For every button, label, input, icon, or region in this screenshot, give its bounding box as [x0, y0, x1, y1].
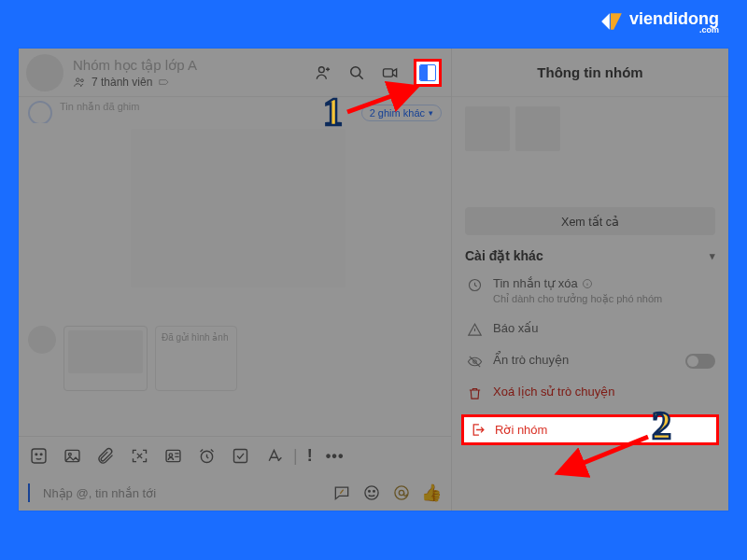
like-icon[interactable]: 👍 — [421, 483, 442, 503]
clear-history-row[interactable]: Xoá lịch sử trò chuyện — [452, 377, 728, 409]
svg-rect-5 — [32, 449, 46, 463]
svg-point-1 — [81, 78, 84, 81]
compose-input[interactable]: Nhập @, tin nhắn tới — [43, 486, 156, 500]
task-icon[interactable] — [230, 446, 250, 467]
clear-history-label: Xoá lịch sử trò chuyện — [493, 385, 715, 399]
eye-off-icon — [465, 354, 484, 370]
leave-group-label: Rời nhóm — [495, 423, 547, 437]
add-friend-icon[interactable] — [311, 61, 335, 85]
group-title: Nhóm học tập lớp A — [73, 57, 311, 74]
pin-snippet: Tin nhắn đã ghim — [60, 101, 139, 113]
members-count[interactable]: 7 thành viên — [73, 76, 311, 89]
emoji-icon[interactable] — [361, 483, 382, 503]
svg-rect-13 — [233, 450, 247, 463]
svg-point-15 — [369, 491, 371, 493]
input-cursor — [28, 483, 30, 502]
tag-icon — [158, 76, 171, 89]
see-all-button[interactable]: Xem tất cả — [465, 207, 715, 235]
reminder-icon[interactable] — [196, 446, 217, 467]
exit-icon — [470, 422, 486, 438]
report-row[interactable]: Báo xấu — [452, 314, 728, 345]
pin-avatar — [28, 101, 52, 125]
image-icon[interactable] — [62, 446, 82, 467]
priority-icon[interactable]: ! — [307, 446, 313, 466]
svg-point-9 — [68, 453, 71, 455]
compose-input-row: Nhập @, tin nhắn tới 👍 — [19, 475, 451, 511]
auto-delete-label: Tin nhắn tự xóa — [493, 276, 578, 290]
svg-point-6 — [35, 454, 37, 455]
screenshot-icon[interactable] — [129, 446, 149, 467]
svg-point-18 — [399, 490, 403, 495]
message-block: Đã gửi hình ảnh — [28, 326, 237, 391]
screenshot-frame: Nhóm học tập lớp A 7 thành viên — [19, 49, 728, 511]
hide-chat-toggle[interactable] — [685, 354, 715, 369]
report-label: Báo xấu — [493, 321, 715, 335]
message-area[interactable]: Đã gửi hình ảnh — [19, 123, 451, 432]
page-top-strip: viendidong .com — [0, 0, 747, 43]
compose-toolbar: | ! ••• — [19, 436, 451, 475]
message-image[interactable] — [131, 129, 345, 287]
svg-point-14 — [365, 486, 378, 499]
media-section — [452, 97, 728, 198]
svg-point-3 — [351, 66, 360, 76]
auto-delete-row[interactable]: Tin nhắn tự xóa Chỉ dành cho trưởng hoặc… — [452, 269, 728, 314]
mention-icon[interactable] — [391, 483, 412, 503]
brand-logo-icon — [599, 9, 624, 34]
group-avatar[interactable] — [26, 54, 63, 91]
members-count-label: 7 thành viên — [92, 76, 152, 89]
auto-delete-sub: Chỉ dành cho trưởng hoặc phó nhóm — [493, 292, 715, 306]
quick-message-icon[interactable] — [331, 483, 352, 503]
hide-chat-label: Ẩn trò chuyện — [493, 353, 676, 367]
svg-point-17 — [395, 486, 408, 499]
sender-avatar[interactable] — [28, 326, 56, 354]
media-thumb[interactable] — [515, 106, 560, 151]
media-thumb[interactable] — [465, 106, 510, 151]
arrow-1 — [342, 80, 426, 118]
info-pane-title: Thông tin nhóm — [452, 49, 728, 97]
chat-pane: Nhóm học tập lớp A 7 thành viên — [19, 49, 451, 511]
hide-chat-row[interactable]: Ẩn trò chuyện — [452, 345, 728, 377]
settings-header[interactable]: Cài đặt khác — [452, 235, 728, 269]
toolbar-separator: | — [293, 446, 298, 466]
sticker-icon[interactable] — [28, 446, 49, 467]
message-card[interactable] — [63, 326, 148, 391]
warning-icon — [465, 322, 484, 338]
more-icon[interactable]: ••• — [326, 448, 345, 465]
format-icon[interactable] — [263, 446, 284, 467]
svg-point-0 — [77, 77, 80, 81]
info-circle-icon — [582, 278, 593, 289]
svg-rect-4 — [384, 68, 393, 76]
svg-point-11 — [169, 454, 173, 457]
svg-point-16 — [374, 491, 375, 493]
svg-point-7 — [40, 454, 42, 455]
trash-icon — [465, 385, 484, 401]
message-bubble[interactable]: Đã gửi hình ảnh — [155, 326, 237, 391]
contact-card-icon[interactable] — [162, 446, 183, 467]
arrow-2 — [551, 431, 654, 478]
svg-point-2 — [318, 66, 324, 72]
brand: viendidong .com — [599, 9, 719, 35]
attachment-icon[interactable] — [95, 446, 116, 467]
clock-history-icon — [465, 277, 484, 293]
